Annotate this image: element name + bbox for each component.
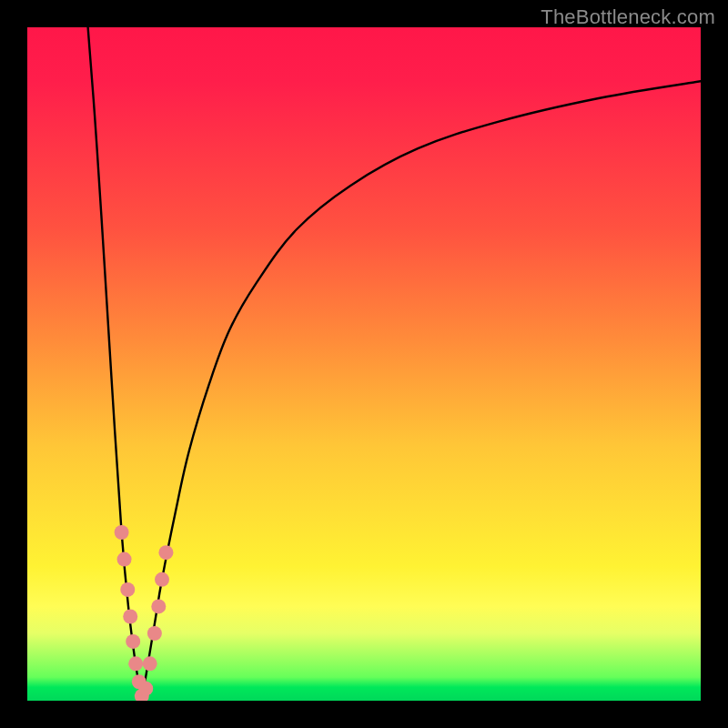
- highlight-dot: [126, 634, 140, 649]
- curve-left-branch: [88, 27, 142, 701]
- highlight-dot: [138, 682, 153, 696]
- highlight-dot: [115, 525, 129, 540]
- chart-svg: [27, 27, 701, 701]
- highlight-dot: [117, 552, 132, 567]
- highlight-dot: [155, 572, 169, 587]
- highlight-dot: [123, 610, 137, 624]
- chart-frame: TheBottleneck.com: [0, 0, 728, 728]
- plot-area: [27, 27, 701, 701]
- highlight-dot: [128, 656, 143, 671]
- curve-right-branch: [142, 81, 701, 701]
- highlight-dot: [158, 545, 173, 560]
- watermark-label: TheBottleneck.com: [541, 5, 715, 29]
- highlight-dot: [147, 626, 162, 641]
- highlight-dot: [120, 582, 135, 597]
- highlight-dot: [143, 656, 157, 671]
- highlight-dot: [151, 599, 166, 613]
